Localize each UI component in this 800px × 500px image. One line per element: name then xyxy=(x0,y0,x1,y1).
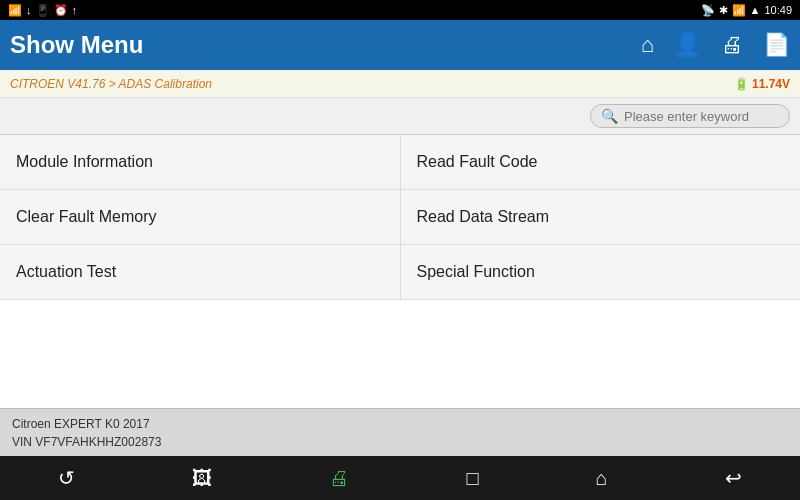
battery-voltage: 11.74V xyxy=(752,77,790,91)
nav-refresh-icon[interactable]: ↺ xyxy=(42,460,91,496)
search-input[interactable] xyxy=(624,109,779,124)
menu-row: Actuation Test Special Function xyxy=(0,245,800,300)
menu-item-module-information[interactable]: Module Information xyxy=(0,135,401,189)
card-icon[interactable]: 📄 xyxy=(763,32,790,58)
menu-row: Clear Fault Memory Read Data Stream xyxy=(0,190,800,245)
menu-item-actuation-test[interactable]: Actuation Test xyxy=(0,245,401,299)
status-bar-right: 📡 ✱ 📶 ▲ 10:49 xyxy=(701,4,792,17)
header: Show Menu ⌂ 👤 🖨 📄 xyxy=(0,20,800,70)
print-icon[interactable]: 🖨 xyxy=(721,32,743,58)
vehicle-vin: VIN VF7VFAHKHHZ002873 xyxy=(12,433,161,451)
nav-home-icon[interactable]: ⌂ xyxy=(579,461,623,496)
sim-icon: 📶 xyxy=(8,4,22,17)
vehicle-model: Citroen EXPERT K0 2017 xyxy=(12,415,161,433)
menu-row: Module Information Read Fault Code xyxy=(0,135,800,190)
breadcrumb-bar: CITROEN V41.76 > ADAS Calibration 🔋 11.7… xyxy=(0,70,800,98)
menu-item-special-function[interactable]: Special Function xyxy=(401,245,801,299)
android-icon: 📱 xyxy=(36,4,50,17)
search-bar: 🔍 xyxy=(0,98,800,135)
page-title: Show Menu xyxy=(10,31,143,59)
user-icon[interactable]: 👤 xyxy=(674,32,701,58)
menu-item-clear-fault-memory[interactable]: Clear Fault Memory xyxy=(0,190,401,244)
status-bar: 📶 ↓ 📱 ⏰ ↑ 📡 ✱ 📶 ▲ 10:49 xyxy=(0,0,800,20)
nav-image-icon[interactable]: 🖼 xyxy=(176,461,228,496)
search-input-wrap[interactable]: 🔍 xyxy=(590,104,790,128)
asterisk-icon: ✱ xyxy=(719,4,728,17)
breadcrumb: CITROEN V41.76 > ADAS Calibration xyxy=(10,77,212,91)
battery-indicator: 🔋 11.74V xyxy=(734,77,790,91)
home-icon[interactable]: ⌂ xyxy=(641,32,654,58)
vehicle-info: Citroen EXPERT K0 2017 VIN VF7VFAHKHHZ00… xyxy=(12,415,161,451)
wifi-icon: 📶 xyxy=(732,4,746,17)
menu-item-read-fault-code[interactable]: Read Fault Code xyxy=(401,135,801,189)
signal-icon: ▲ xyxy=(750,4,761,16)
header-icons: ⌂ 👤 🖨 📄 xyxy=(641,32,790,58)
search-icon: 🔍 xyxy=(601,108,618,124)
nav-back-icon[interactable]: ↩ xyxy=(709,460,758,496)
bluetooth-icon: 📡 xyxy=(701,4,715,17)
battery-icon: 🔋 xyxy=(734,77,749,91)
time-display: 10:49 xyxy=(764,4,792,16)
nav-print-icon[interactable]: 🖨 xyxy=(313,461,365,496)
nav-square-icon[interactable]: □ xyxy=(450,461,494,496)
menu-grid: Module Information Read Fault Code Clear… xyxy=(0,135,800,408)
download-icon: ↓ xyxy=(26,4,32,16)
status-bar-left: 📶 ↓ 📱 ⏰ ↑ xyxy=(8,4,77,17)
upload-icon: ↑ xyxy=(72,4,78,16)
nav-bar: ↺ 🖼 🖨 □ ⌂ ↩ xyxy=(0,456,800,500)
clock-icon: ⏰ xyxy=(54,4,68,17)
menu-item-read-data-stream[interactable]: Read Data Stream xyxy=(401,190,801,244)
info-bar: Citroen EXPERT K0 2017 VIN VF7VFAHKHHZ00… xyxy=(0,408,800,456)
